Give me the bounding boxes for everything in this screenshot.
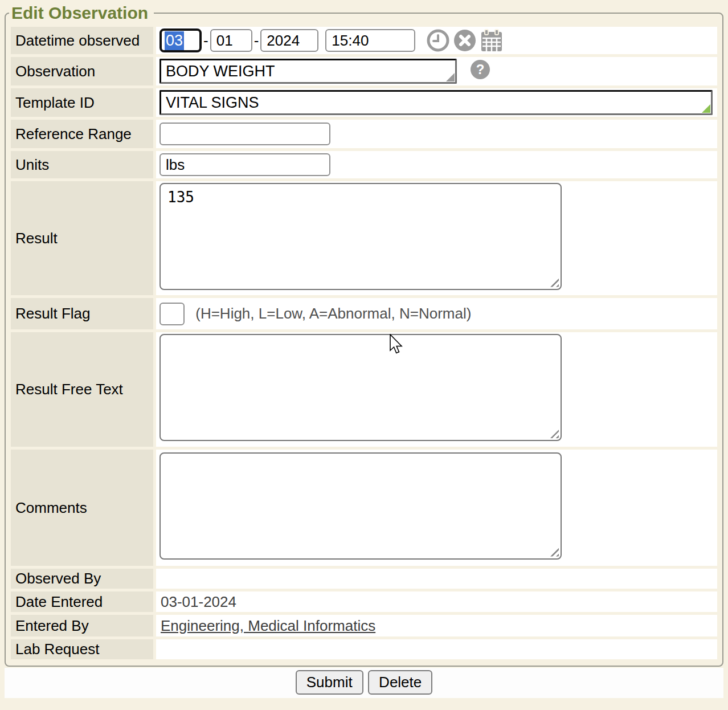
clock-icon[interactable] xyxy=(427,29,449,52)
date-separator: - xyxy=(203,32,208,50)
comments-value-cell xyxy=(156,450,717,566)
lab-request-value xyxy=(156,639,717,659)
comments-label: Comments xyxy=(11,450,153,566)
result-free-text-value-cell xyxy=(156,332,717,447)
result-textarea[interactable]: 135 xyxy=(159,183,562,290)
result-flag-input[interactable] xyxy=(159,303,185,325)
clear-circle-x-icon[interactable] xyxy=(453,29,476,52)
observation-form-table: Datetime observed 03 - - xyxy=(8,24,720,662)
reference-range-value-cell xyxy=(156,120,717,148)
datetime-observed-value-cell: 03 - - xyxy=(156,27,717,54)
form-row-observed-by: Observed By xyxy=(11,569,717,589)
resize-grip-icon xyxy=(446,73,455,81)
edit-observation-fieldset: Edit Observation Datetime observed 03 - … xyxy=(5,3,723,667)
question-circle-icon[interactable]: ? xyxy=(470,59,490,84)
template-id-input[interactable]: VITAL SIGNS xyxy=(159,90,713,115)
result-free-text-label: Result Free Text xyxy=(11,332,153,447)
result-value-cell: 135 xyxy=(156,181,717,295)
form-row-observation: Observation BODY WEIGHT ? xyxy=(11,57,717,85)
units-input[interactable] xyxy=(159,153,330,176)
time-input[interactable] xyxy=(325,29,415,52)
date-entered-label: Date Entered xyxy=(11,591,153,612)
date-entered-value: 03-01-2024 xyxy=(156,591,717,612)
form-row-date-entered: Date Entered 03-01-2024 xyxy=(11,591,717,612)
result-flag-label: Result Flag xyxy=(11,298,153,329)
delete-button[interactable]: Delete xyxy=(368,670,432,695)
form-row-template-id: Template ID VITAL SIGNS xyxy=(11,88,717,117)
template-id-label: Template ID xyxy=(11,88,153,117)
units-label: Units xyxy=(11,151,153,178)
entered-by-link[interactable]: Engineering, Medical Informatics xyxy=(161,617,375,634)
year-input[interactable] xyxy=(260,29,318,52)
entered-by-label: Entered By xyxy=(11,615,153,636)
reference-range-input[interactable] xyxy=(159,123,330,145)
calendar-icon[interactable] xyxy=(480,28,503,52)
form-row-reference-range: Reference Range xyxy=(11,120,717,148)
comments-textarea[interactable] xyxy=(159,452,562,560)
form-row-datetime: Datetime observed 03 - - xyxy=(11,27,717,54)
submit-button[interactable]: Submit xyxy=(296,670,363,695)
resize-grip-icon xyxy=(702,104,710,113)
template-id-value-cell: VITAL SIGNS xyxy=(156,88,717,117)
result-free-text-textarea[interactable] xyxy=(159,334,562,441)
observation-input[interactable]: BODY WEIGHT xyxy=(159,59,457,84)
day-input[interactable] xyxy=(210,29,252,52)
date-separator: - xyxy=(254,32,259,50)
form-button-bar: Submit Delete xyxy=(5,668,723,698)
lab-request-label: Lab Request xyxy=(11,639,153,659)
observation-value-cell: BODY WEIGHT ? xyxy=(156,57,717,85)
form-row-result: Result 135 xyxy=(11,181,717,295)
form-row-result-free-text: Result Free Text xyxy=(11,332,717,447)
form-row-units: Units xyxy=(11,151,717,178)
observed-by-label: Observed By xyxy=(11,569,153,589)
form-row-lab-request: Lab Request xyxy=(11,639,717,659)
observed-by-value xyxy=(156,569,717,589)
result-flag-hint: (H=High, L=Low, A=Abnormal, N=Normal) xyxy=(195,305,471,322)
selected-month-text: 03 xyxy=(165,31,184,50)
units-value-cell xyxy=(156,151,717,178)
result-label: Result xyxy=(11,181,153,295)
edit-observation-page: Edit Observation Datetime observed 03 - … xyxy=(0,0,728,667)
month-input[interactable]: 03 xyxy=(159,28,202,52)
observation-label: Observation xyxy=(11,57,153,85)
svg-text:?: ? xyxy=(476,62,485,77)
form-row-comments: Comments xyxy=(11,450,717,566)
form-row-result-flag: Result Flag (H=High, L=Low, A=Abnormal, … xyxy=(11,298,717,329)
result-flag-value-cell: (H=High, L=Low, A=Abnormal, N=Normal) xyxy=(156,298,717,329)
entered-by-value-cell: Engineering, Medical Informatics xyxy=(156,615,717,636)
datetime-observed-label: Datetime observed xyxy=(11,27,153,54)
reference-range-label: Reference Range xyxy=(11,120,153,148)
form-row-entered-by: Entered By Engineering, Medical Informat… xyxy=(11,615,717,636)
page-title: Edit Observation xyxy=(9,3,154,23)
